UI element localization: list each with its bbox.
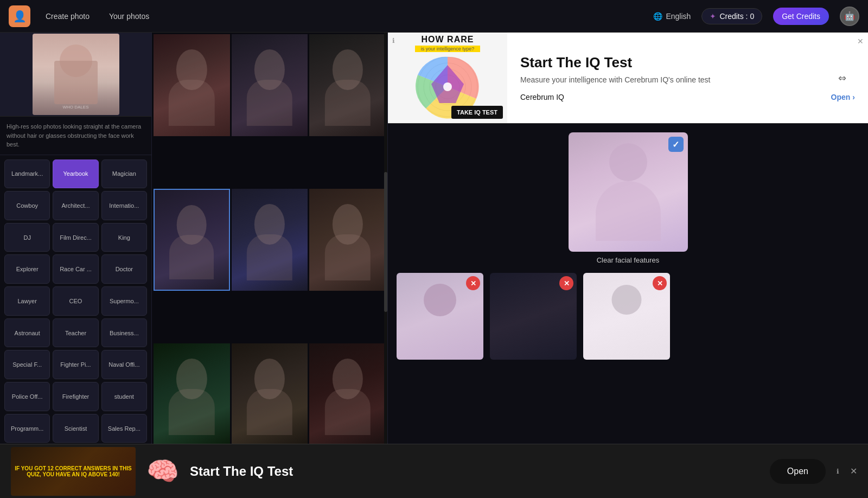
style-btn-landmark[interactable]: Landmark... xyxy=(4,159,50,189)
remove-photo-3-button[interactable]: ✕ xyxy=(653,276,667,290)
checkmark-badge: ✓ xyxy=(668,137,684,152)
language-label: English xyxy=(666,12,691,21)
style-btn-architect[interactable]: Architect... xyxy=(53,191,98,220)
right-panel: HOW RARE is your intelligence type? xyxy=(388,33,868,498)
style-btn-fighterpi[interactable]: Fighter Pi... xyxy=(53,350,98,379)
photo-grid-area xyxy=(152,33,388,498)
photo-cell-3[interactable] xyxy=(309,34,386,136)
sparkle-icon: ✦ xyxy=(710,12,716,21)
ad-close-button[interactable]: ✕ xyxy=(857,37,864,46)
style-btn-firefighter[interactable]: Firefighter xyxy=(53,382,98,411)
svg-point-5 xyxy=(443,82,452,91)
credits-display: ✦ Credits : 0 xyxy=(701,8,762,24)
style-btn-racecar[interactable]: Race Car ... xyxy=(53,254,98,284)
topnav: 👤 Create photo Your photos 🌐 English ✦ C… xyxy=(0,0,868,33)
photo-cell-7[interactable] xyxy=(154,343,230,445)
ad-info-button[interactable]: ℹ xyxy=(392,37,395,44)
ad-chart-side: HOW RARE is your intelligence type? xyxy=(388,33,507,123)
style-btn-filmdir[interactable]: Film Direc... xyxy=(53,223,98,252)
style-btn-cowboy[interactable]: Cowboy xyxy=(4,191,50,220)
style-btn-business[interactable]: Business... xyxy=(101,318,147,348)
style-btn-policeoff[interactable]: Police Off... xyxy=(4,382,50,411)
ad-bottom-banner: IF YOU GOT 12 CORRECT ANSWERS IN THIS QU… xyxy=(0,444,868,498)
small-photo-card-3: ✕ xyxy=(583,273,670,360)
take-iq-button[interactable]: TAKE IQ TEST xyxy=(451,106,503,119)
style-btn-doctor[interactable]: Doctor xyxy=(101,254,147,284)
ad-expand-icon[interactable]: ⇔ xyxy=(838,72,846,84)
photo-cell-6[interactable] xyxy=(309,189,386,291)
small-photo-card-1: ✕ xyxy=(397,273,483,360)
ad-banner-top: HOW RARE is your intelligence type? xyxy=(388,33,868,124)
language-selector[interactable]: 🌐 English xyxy=(653,12,691,21)
logo-emoji: 👤 xyxy=(13,10,27,23)
style-grid: Landmark...YearbookMagicianCowboyArchite… xyxy=(0,155,151,480)
style-btn-salesrep[interactable]: Sales Rep... xyxy=(101,414,147,443)
ad-bottom-title: Start The IQ Test xyxy=(190,464,759,479)
ad-how-rare-title: HOW RARE xyxy=(415,35,480,44)
style-btn-teacher[interactable]: Teacher xyxy=(53,318,98,348)
style-btn-ceo[interactable]: CEO xyxy=(53,286,98,316)
style-btn-yearbook[interactable]: Yearbook xyxy=(53,159,98,189)
photo-cell-8[interactable] xyxy=(232,343,308,445)
sidebar-hint: High-res solo photos looking straight at… xyxy=(0,117,151,155)
ad-text-side: Start The IQ Test Measure your intellige… xyxy=(507,33,868,123)
photo-cell-1[interactable] xyxy=(154,34,230,136)
main-layout: WHO DALES High-res solo photos looking s… xyxy=(0,33,868,498)
photo-grid xyxy=(152,33,387,498)
style-btn-scientist[interactable]: Scientist xyxy=(53,414,98,443)
avatar[interactable]: 🤖 xyxy=(840,7,859,26)
sidebar-photo-area: WHO DALES xyxy=(0,33,151,117)
small-photo-card-2: ✕ xyxy=(490,273,577,360)
ad-title: Start The IQ Test xyxy=(520,54,855,71)
style-btn-supermo[interactable]: Supermo... xyxy=(101,286,147,316)
remove-photo-1-button[interactable]: ✕ xyxy=(466,276,480,290)
ad-bottom-close-button[interactable]: ✕ xyxy=(850,466,857,476)
style-btn-specialf[interactable]: Special F... xyxy=(4,350,50,379)
remove-photo-2-button[interactable]: ✕ xyxy=(559,276,573,290)
style-btn-astronaut[interactable]: Astronaut xyxy=(4,318,50,348)
uploaded-photo: WHO DALES xyxy=(33,34,119,115)
photo-cell-9[interactable] xyxy=(309,343,386,445)
globe-icon: 🌐 xyxy=(653,12,662,21)
credits-label: Credits : 0 xyxy=(719,12,754,21)
main-photo-frame: ✓ xyxy=(569,132,688,252)
nav-create-photo[interactable]: Create photo xyxy=(41,10,94,23)
chevron-right-icon: › xyxy=(852,93,855,101)
photo-cell-5[interactable] xyxy=(232,189,308,291)
style-btn-king[interactable]: King xyxy=(101,223,147,252)
ad-brand-row: Cerebrum IQ Open › xyxy=(520,93,855,101)
ad-open-button[interactable]: Open › xyxy=(831,93,855,101)
style-btn-international[interactable]: Internatio... xyxy=(101,191,147,220)
style-btn-student[interactable]: student xyxy=(101,382,147,411)
brain-icon: 🧠 xyxy=(146,456,179,487)
style-btn-programm[interactable]: Programm... xyxy=(4,414,50,443)
photo-cell-4[interactable] xyxy=(154,189,230,291)
logo-icon[interactable]: 👤 xyxy=(9,5,30,27)
style-btn-navaloff[interactable]: Naval Offi... xyxy=(101,350,147,379)
ad-brand: Cerebrum IQ xyxy=(520,93,564,101)
main-photo-label: Clear facial features xyxy=(597,256,660,264)
ad-bottom-open-button[interactable]: Open xyxy=(770,459,826,484)
small-photos-row: ✕ ✕ ✕ xyxy=(397,273,859,360)
ad-bottom-image: IF YOU GOT 12 CORRECT ANSWERS IN THIS QU… xyxy=(11,447,136,496)
ad-how-rare-sub: is your intelligence type? xyxy=(415,46,480,52)
get-credits-button[interactable]: Get Credits xyxy=(773,8,829,25)
photo-cell-2[interactable] xyxy=(232,34,308,136)
style-btn-lawyer[interactable]: Lawyer xyxy=(4,286,50,316)
main-photo-card: ✓ Clear facial features xyxy=(397,132,859,264)
style-btn-magician[interactable]: Magician xyxy=(101,159,147,189)
ad-bottom-image-text: IF YOU GOT 12 CORRECT ANSWERS IN THIS QU… xyxy=(11,463,136,480)
ad-description: Measure your intelligence with Cerebrum … xyxy=(520,75,855,84)
right-scroll: ✓ Clear facial features ✕ xyxy=(388,124,868,498)
ad-bottom-info-button[interactable]: ℹ xyxy=(837,468,839,475)
sidebar: WHO DALES High-res solo photos looking s… xyxy=(0,33,152,498)
style-btn-explorer[interactable]: Explorer xyxy=(4,254,50,284)
nav-your-photos[interactable]: Your photos xyxy=(105,10,154,23)
style-btn-dj[interactable]: DJ xyxy=(4,223,50,252)
